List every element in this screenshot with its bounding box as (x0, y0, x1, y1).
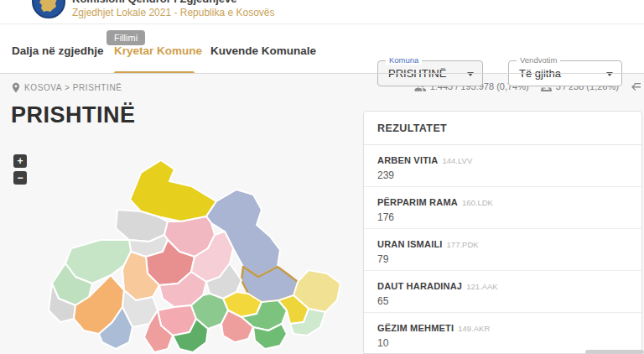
results-panel: REZULTATET ARBEN VITIA144.LVV 239 PËRPAR… (363, 111, 642, 354)
candidate-votes: 65 (377, 295, 628, 307)
candidate-party: 149.AKR (458, 324, 490, 333)
candidate-party: 177.PDK (447, 240, 479, 249)
result-row[interactable]: PËRPARIM RAMA160.LDK 176 (364, 187, 641, 229)
candidate-party: 144.LVV (442, 156, 472, 165)
candidate-name: ARBEN VITIA (377, 155, 438, 165)
horizontal-scrollbar[interactable] (585, 350, 644, 354)
candidate-name: PËRPARIM RAMA (377, 197, 458, 207)
candidate-name: DAUT HARADINAJ (377, 281, 462, 291)
app-window: Komisioni Qendror i Zgjedhjeve Zgjedhjet… (0, 0, 644, 354)
komuna-select-label: Komuna (386, 56, 422, 65)
fillimi-tooltip: Fillimi (106, 30, 145, 45)
kqz-logo-icon (32, 0, 65, 18)
tabbar-divider (0, 73, 644, 74)
map-zoom-in-button[interactable]: + (13, 154, 27, 168)
location-pin-icon (12, 82, 20, 93)
transfer-stat: 1 (631, 81, 644, 91)
org-subtitle: Zgjedhjet Lokale 2021 - Republika e Koso… (72, 7, 275, 18)
vendvotim-select-label: Vendvotim (517, 56, 560, 65)
tab-dalja-ne-zgjedhje[interactable]: Dalja në zgjedhje (12, 44, 104, 57)
kosovo-map[interactable] (42, 158, 351, 354)
candidate-votes: 10 (377, 337, 628, 349)
candidate-party: 121.AAK (466, 282, 498, 291)
org-name: Komisioni Qendror i Zgjedhjeve (72, 0, 236, 5)
transfer-arrow-icon (631, 82, 641, 91)
candidate-name: URAN ISMAILI (377, 239, 443, 249)
candidate-votes: 176 (377, 211, 628, 223)
candidate-party: 160.LDK (462, 198, 493, 207)
map-zoom-out-button[interactable]: − (13, 171, 27, 185)
results-panel-title: REZULTATET (364, 112, 641, 145)
result-row[interactable]: URAN ISMAILI177.PDK 79 (364, 229, 641, 271)
breadcrumb-text: KOSOVA > PRISHTINË (24, 83, 122, 92)
candidate-name: GËZIM MEHMETI (377, 323, 454, 333)
tab-kuvende-komunale[interactable]: Kuvende Komunale (210, 44, 316, 57)
page-title: PRISHTINË (11, 102, 136, 128)
map-zoom-controls: + − (13, 154, 27, 185)
result-row[interactable]: GËZIM MEHMETI149.AKR 10 (364, 313, 641, 354)
tab-kryetar-komune[interactable]: Kryetar Komune (114, 44, 202, 57)
candidate-votes: 239 (377, 169, 628, 181)
result-row[interactable]: ARBEN VITIA144.LVV 239 (364, 145, 641, 187)
tab-bar: Fillimi Dalja në zgjedhje Kryetar Komune… (0, 24, 644, 74)
breadcrumb[interactable]: KOSOVA > PRISHTINË (12, 82, 122, 93)
app-header: Komisioni Qendror i Zgjedhjeve Zgjedhjet… (0, 0, 644, 24)
candidate-votes: 79 (377, 253, 628, 265)
result-row[interactable]: DAUT HARADINAJ121.AAK 65 (364, 271, 641, 313)
